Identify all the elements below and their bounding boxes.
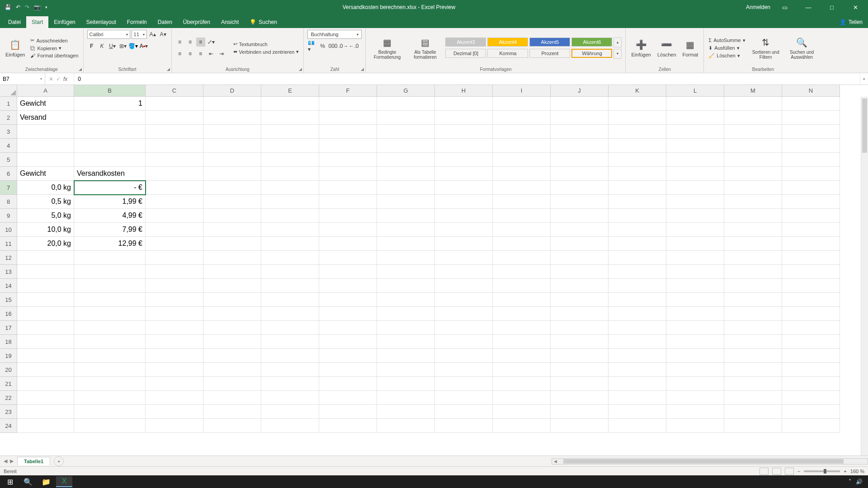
column-header-M[interactable]: M xyxy=(724,85,782,97)
cell-K2[interactable] xyxy=(609,111,666,125)
cell-K3[interactable] xyxy=(609,125,666,139)
cell-A6[interactable]: Gewicht xyxy=(17,167,74,181)
cell-N15[interactable] xyxy=(782,293,840,307)
cell-J3[interactable] xyxy=(551,125,609,139)
cell-J12[interactable] xyxy=(551,251,609,265)
cell-K18[interactable] xyxy=(609,335,666,349)
cell-G8[interactable] xyxy=(377,195,435,209)
cell-K16[interactable] xyxy=(609,307,666,321)
cell-I10[interactable] xyxy=(493,223,551,237)
zoom-out-icon[interactable]: − xyxy=(797,469,800,474)
cancel-formula-icon[interactable]: ✕ xyxy=(49,76,53,82)
cell-C10[interactable] xyxy=(146,223,203,237)
cell-F12[interactable] xyxy=(319,251,377,265)
cell-L5[interactable] xyxy=(666,153,724,167)
cell-C9[interactable] xyxy=(146,209,203,223)
cell-G10[interactable] xyxy=(377,223,435,237)
cell-C13[interactable] xyxy=(146,265,203,279)
cell-K9[interactable] xyxy=(609,209,666,223)
cell-G1[interactable] xyxy=(377,97,435,111)
cell-F23[interactable] xyxy=(319,405,377,419)
column-header-D[interactable]: D xyxy=(203,85,261,97)
tab-seitenlayout[interactable]: Seitenlayout xyxy=(81,16,122,28)
cell-B7[interactable]: - € xyxy=(74,181,146,195)
cell-I6[interactable] xyxy=(493,167,551,181)
border-button[interactable]: ⊞▾ xyxy=(118,42,127,51)
cell-D10[interactable] xyxy=(203,223,261,237)
row-header-8[interactable]: 8 xyxy=(0,195,17,209)
view-page-layout-icon[interactable] xyxy=(772,468,781,475)
cell-G13[interactable] xyxy=(377,265,435,279)
cell-A8[interactable]: 0,5 kg xyxy=(17,195,74,209)
cell-K1[interactable] xyxy=(609,97,666,111)
row-header-3[interactable]: 3 xyxy=(0,125,17,139)
cell-C8[interactable] xyxy=(146,195,203,209)
cell-C18[interactable] xyxy=(146,335,203,349)
sort-filter-button[interactable]: ⇅Sortieren und Filtern xyxy=(749,35,783,61)
cell-C3[interactable] xyxy=(146,125,203,139)
cell-F3[interactable] xyxy=(319,125,377,139)
cell-A1[interactable]: Gewicht xyxy=(17,97,74,111)
cell-D24[interactable] xyxy=(203,419,261,433)
shrink-font-icon[interactable]: A▾ xyxy=(159,30,168,39)
cell-F7[interactable] xyxy=(319,181,377,195)
cell-J10[interactable] xyxy=(551,223,609,237)
cell-K21[interactable] xyxy=(609,377,666,391)
signin-button[interactable]: Anmelden xyxy=(746,4,770,10)
cell-H18[interactable] xyxy=(435,335,493,349)
tab-daten[interactable]: Daten xyxy=(152,16,178,28)
cell-A19[interactable] xyxy=(17,349,74,363)
cell-E1[interactable] xyxy=(261,97,319,111)
row-header-20[interactable]: 20 xyxy=(0,363,17,377)
cell-F10[interactable] xyxy=(319,223,377,237)
row-header-15[interactable]: 15 xyxy=(0,293,17,307)
cell-M11[interactable] xyxy=(724,237,782,251)
cell-L22[interactable] xyxy=(666,391,724,405)
cell-A9[interactable]: 5,0 kg xyxy=(17,209,74,223)
cell-H14[interactable] xyxy=(435,279,493,293)
cell-L8[interactable] xyxy=(666,195,724,209)
cell-L1[interactable] xyxy=(666,97,724,111)
cell-K20[interactable] xyxy=(609,363,666,377)
cell-J19[interactable] xyxy=(551,349,609,363)
cell-I4[interactable] xyxy=(493,139,551,153)
cell-G5[interactable] xyxy=(377,153,435,167)
cell-H2[interactable] xyxy=(435,111,493,125)
cell-M12[interactable] xyxy=(724,251,782,265)
tab-ansicht[interactable]: Ansicht xyxy=(216,16,244,28)
cell-J15[interactable] xyxy=(551,293,609,307)
cell-I7[interactable] xyxy=(493,181,551,195)
cell-C6[interactable] xyxy=(146,167,203,181)
style-gallery-more-icon[interactable]: ▾ xyxy=(613,49,622,59)
cell-L17[interactable] xyxy=(666,321,724,335)
cell-A16[interactable] xyxy=(17,307,74,321)
formula-input[interactable]: 0 xyxy=(74,73,860,84)
font-color-button[interactable]: A▾ xyxy=(139,42,148,51)
clear-button[interactable]: 🧹Löschen ▾ xyxy=(708,52,746,59)
cell-B23[interactable] xyxy=(74,405,146,419)
row-header-19[interactable]: 19 xyxy=(0,349,17,363)
cell-J9[interactable] xyxy=(551,209,609,223)
row-header-5[interactable]: 5 xyxy=(0,153,17,167)
cell-M6[interactable] xyxy=(724,167,782,181)
column-header-H[interactable]: H xyxy=(435,85,493,97)
zoom-in-icon[interactable]: + xyxy=(844,469,846,474)
font-size-select[interactable]: 11▾ xyxy=(132,30,147,39)
cell-F8[interactable] xyxy=(319,195,377,209)
maximize-icon[interactable]: □ xyxy=(823,4,841,11)
cell-G15[interactable] xyxy=(377,293,435,307)
redo-icon[interactable]: ↷ xyxy=(25,4,29,10)
row-header-18[interactable]: 18 xyxy=(0,335,17,349)
cell-J23[interactable] xyxy=(551,405,609,419)
cell-A21[interactable] xyxy=(17,377,74,391)
merge-center-button[interactable]: ⬌Verbinden und zentrieren ▾ xyxy=(232,48,300,55)
cell-K23[interactable] xyxy=(609,405,666,419)
cell-M2[interactable] xyxy=(724,111,782,125)
cell-F5[interactable] xyxy=(319,153,377,167)
cell-D13[interactable] xyxy=(203,265,261,279)
cell-B12[interactable] xyxy=(74,251,146,265)
cell-L4[interactable] xyxy=(666,139,724,153)
copy-button[interactable]: ⿻Kopieren ▾ xyxy=(29,45,79,52)
cell-A12[interactable] xyxy=(17,251,74,265)
cell-H16[interactable] xyxy=(435,307,493,321)
